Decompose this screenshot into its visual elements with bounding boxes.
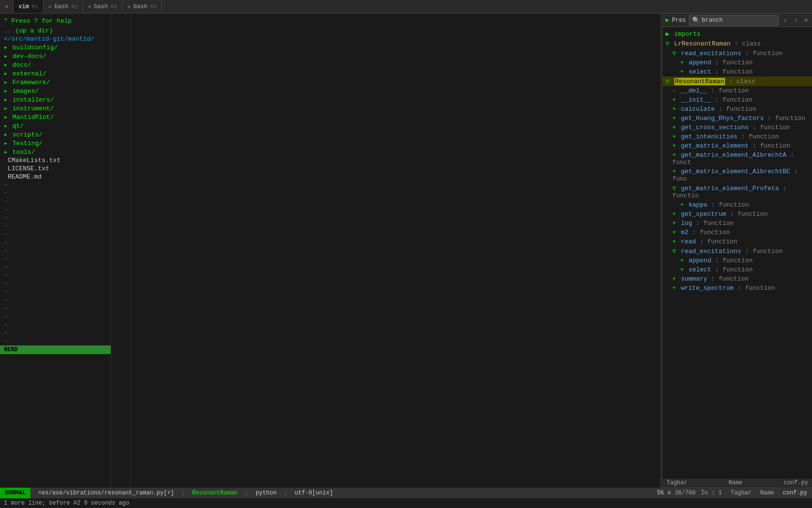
tagbar-rr-writespectrum[interactable]: + write_spectrum : function <box>663 284 812 293</box>
lrr-select-type: : function <box>715 68 753 75</box>
file-tree-file-readme[interactable]: README.md <box>0 173 111 181</box>
tilde-20: ~ <box>0 337 111 345</box>
rr-summ-type: : function <box>711 275 749 283</box>
file-tree-file-cmake[interactable]: CMakeLists.txt <box>0 156 111 164</box>
file-tree: " Press ? for help .. (up a dir) </src/m… <box>0 14 111 488</box>
tab-bash-1[interactable]: ✕ bash ⌘2 <box>44 0 83 13</box>
tagbar-rr-kappa[interactable]: + kappa : function <box>663 200 812 209</box>
file-tree-dir-docs[interactable]: docs/ <box>0 60 111 69</box>
file-tree-dir-instrument[interactable]: instrument/ <box>0 104 111 113</box>
tagbar-rr-init[interactable]: + __init__ : function <box>663 95 812 105</box>
tab-bash2-close[interactable]: ✕ <box>88 3 91 10</box>
tagbar-rr-del[interactable]: - __del__ : function <box>663 86 812 95</box>
rr-readexc-type: : function <box>745 248 783 255</box>
file-tree-dir-installers[interactable]: installers/ <box>0 95 111 104</box>
file-tree-dir-devdocs[interactable]: dev-docs/ <box>0 52 111 60</box>
file-tree-parent[interactable]: .. (up a dir) <box>0 27 111 35</box>
tilde-3: ~ <box>0 197 111 206</box>
tagbar-next-btn[interactable]: › <box>792 15 800 25</box>
code-content[interactable] <box>130 14 660 488</box>
tagbar-rr-spectrum[interactable]: + get_spectrum : function <box>663 209 812 219</box>
tagbar-rr-matrixA[interactable]: + get_matrix_element_AlbrechtA : funct <box>663 150 812 167</box>
file-tree-dir-tools[interactable]: tools/ <box>0 148 111 156</box>
lrr-append-plus: + <box>680 59 684 66</box>
tab-bash3-kbd: ⌘4 <box>150 3 157 10</box>
tagbar-resonantraman[interactable]: ▽ ResonantRaman : class <box>663 76 812 86</box>
tagbar-rr-huang[interactable]: + get_Huang_Rhys_factors : function <box>663 114 812 123</box>
rr-read-type: : function <box>700 238 738 245</box>
code-view[interactable] <box>111 14 660 488</box>
tagbar-lrr-append[interactable]: + append : function <box>663 58 812 67</box>
file-tree-dir-framework[interactable]: Framework/ <box>0 78 111 87</box>
lrr-append-type: : function <box>715 59 753 66</box>
rr-readexc-label: read_excitations <box>681 248 741 255</box>
file-tree-dir-external[interactable]: external/ <box>0 69 111 78</box>
rr-app2-type: : function <box>715 257 753 264</box>
tagbar-imports[interactable]: ▶ imports <box>663 29 812 39</box>
status-tagbar-btn[interactable]: Tagbar <box>726 490 756 496</box>
tab-bash3-close[interactable]: ✕ <box>127 3 130 10</box>
status-name-btn[interactable]: Name <box>756 490 778 496</box>
rr-m2-plus: + <box>672 229 676 236</box>
file-tree-dir-mantidplot[interactable]: MantidPlot/ <box>0 113 111 121</box>
tagbar-rr-log[interactable]: + log : function <box>663 219 812 228</box>
tilde-14: ~ <box>0 288 111 296</box>
tagbar-rr-matrix[interactable]: + get_matrix_element : function <box>663 141 812 150</box>
tagbar-search-icon: 🔍 <box>692 16 700 24</box>
tagbar-prev-btn[interactable]: ‹ <box>782 15 789 25</box>
rr-sel2-plus: + <box>680 266 684 273</box>
tab-x-icon[interactable]: ✕ <box>0 0 14 13</box>
rr-int-type: : function <box>741 133 779 140</box>
rr-cross-label: get_cross_sections <box>681 124 749 131</box>
tab-bash-3[interactable]: ✕ bash ⌘4 <box>122 0 162 13</box>
rr-prof-label: get_matrix_element_Profeta <box>681 185 779 192</box>
tagbar-content: ▶ imports ▽ LrResonantRaman : class ▽ re… <box>663 27 812 478</box>
tagbar-lrresonantraman[interactable]: ▽ LrResonantRaman : class <box>663 39 812 48</box>
status-conf: conf.py <box>778 490 812 496</box>
tagbar-lrr-read-excitations[interactable]: ▽ read_excitations : function <box>663 48 812 58</box>
file-tree-dir-testing[interactable]: Testing/ <box>0 139 111 148</box>
status-position: 36/700 In : 1 <box>671 490 726 496</box>
rr-mat-type: : function <box>753 142 790 149</box>
tilde-13: ~ <box>0 280 111 288</box>
msg-text: 1 more line; before #2 9 seconds ago <box>4 500 129 507</box>
tilde-17: ~ <box>0 313 111 321</box>
rr-type: : class <box>729 78 755 85</box>
tagbar-search-box[interactable]: 🔍 <box>689 15 779 26</box>
tagbar-rr-m2[interactable]: + m2 : function <box>663 228 812 237</box>
rr-prof-triangle: ▽ <box>672 185 676 192</box>
rr-init-label: __init__ <box>681 96 711 104</box>
rr-log-label: log <box>681 220 692 227</box>
tagbar-lrr-select[interactable]: + select : function <box>663 67 812 76</box>
rr-app2-label: append <box>689 257 711 264</box>
tilde-1: ~ <box>0 181 111 189</box>
tab-vim[interactable]: vim ⌘1 <box>14 0 44 13</box>
rr-summ-plus: + <box>672 275 676 283</box>
tagbar-rr-intensities[interactable]: + get_intensities : function <box>663 132 812 141</box>
tilde-12: ~ <box>0 271 111 280</box>
tagbar-rr-matrixBC[interactable]: + get_matrix_element_AlbrechtBC : func <box>663 167 812 183</box>
tagbar-rr-select2[interactable]: + select : function <box>663 265 812 274</box>
rr-readexc-triangle: ▽ <box>672 248 676 255</box>
tab-bash-2[interactable]: ✕ bash ⌘3 <box>83 0 123 13</box>
tagbar-rr-append2[interactable]: + append : function <box>663 256 812 265</box>
tagbar-rr-summary[interactable]: + summary : function <box>663 274 812 284</box>
tab-bash1-close[interactable]: ✕ <box>48 3 52 10</box>
tagbar-search-input[interactable] <box>702 17 775 24</box>
tagbar-rr-readexc[interactable]: ▽ read_excitations : function <box>663 246 812 256</box>
tagbar-close-btn[interactable]: ✕ <box>803 16 809 24</box>
rr-cross-plus: + <box>672 124 676 131</box>
tagbar-rr-profeta[interactable]: ▽ get_matrix_element_Profeta : functio <box>663 183 812 200</box>
tagbar-rr-cross[interactable]: + get_cross_sections : function <box>663 123 812 132</box>
file-tree-file-license[interactable]: LICENSE.txt <box>0 164 111 173</box>
tagbar-rr-calculate[interactable]: + calculate : function <box>663 105 812 114</box>
file-tree-dir-buildconfig[interactable]: buildconfig/ <box>0 43 111 52</box>
tagbar-panel: ▶ Pres 🔍 ‹ › ✕ ▶ imports ▽ LrResonantRam… <box>662 14 812 488</box>
tagbar-rr-read[interactable]: + read : function <box>663 237 812 246</box>
file-tree-dir-qt[interactable]: qt/ <box>0 121 111 130</box>
file-tree-dir-images[interactable]: images/ <box>0 87 111 95</box>
rr-huang-plus: + <box>672 115 676 122</box>
file-tree-dir-scripts[interactable]: scripts/ <box>0 130 111 139</box>
tagbar-tab-label[interactable]: Tagbar <box>667 479 687 486</box>
rr-mata-label: get_matrix_element_AlbrechtA <box>681 151 786 159</box>
